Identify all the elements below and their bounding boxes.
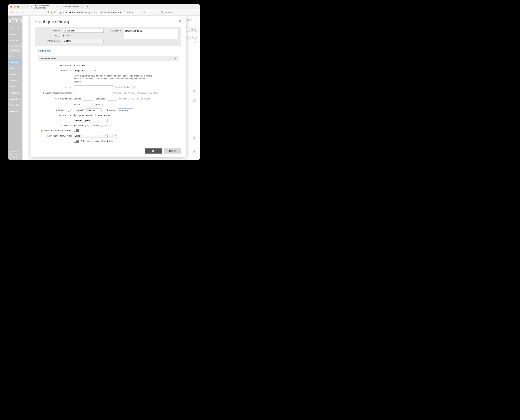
- sidebar-item-clients[interactable]: Clients: [8, 65, 23, 71]
- close-tab-icon[interactable]: ×: [57, 5, 58, 8]
- password-input[interactable]: [118, 108, 133, 112]
- sidebar-item-firewall[interactable]: Firewall: [8, 71, 23, 77]
- dp-affinity-select[interactable]: Disable: [74, 134, 108, 138]
- collapse-caret-4[interactable]: ▼: [192, 150, 196, 154]
- browser-toolbar: ← → ⟳ 🛡 🔒 ⚿ https://18.139.169.166:8443/…: [8, 9, 200, 16]
- password-label: Password:: [107, 109, 117, 112]
- ipmode-dual-radio[interactable]: [101, 125, 103, 127]
- download-icon[interactable]: ⭳: [153, 11, 157, 14]
- description-label: Description:: [106, 29, 121, 32]
- add-affinity-button[interactable]: ＋: [109, 134, 113, 138]
- sidebar-item-system[interactable]: System: [8, 31, 23, 38]
- name-input[interactable]: [63, 29, 103, 33]
- country-code-note: Different countries have different regul…: [74, 75, 154, 83]
- sidebar-item-diagnostics[interactable]: Diagnostics: [8, 108, 23, 114]
- sidebar-item-troubleshooting[interactable]: Troubleshooting: [8, 90, 23, 96]
- longitude-input[interactable]: [107, 97, 117, 101]
- hamburger-menu-icon[interactable]: ≡: [197, 11, 198, 14]
- modal-title: Configure Group: [35, 19, 70, 24]
- sidebar-sub-monitoring[interactable]: Monitoring: [8, 48, 23, 53]
- parent-group-input: [63, 39, 103, 43]
- browser-search[interactable]: 🔍 Search: [159, 11, 191, 14]
- minimize-window-icon[interactable]: [14, 6, 16, 8]
- close-modal-icon[interactable]: ✕: [178, 19, 181, 24]
- new-tab-button[interactable]: ＋: [86, 5, 89, 8]
- forward-icon[interactable]: →: [15, 11, 18, 14]
- window-controls[interactable]: [10, 6, 19, 8]
- section-general-options[interactable]: General Options ▼: [38, 56, 179, 61]
- browser-tab-ruckus[interactable]: ▾ Ruckus Wireless - Virtual Smart ×: [29, 4, 60, 9]
- tab-title: Ruckus Wireless - Virtual Smart: [34, 4, 56, 9]
- country-code-label: Country Code:: [38, 69, 72, 72]
- settings-grid-icon[interactable]: ⚙: [194, 36, 198, 40]
- browser-tab-notfound[interactable]: ⓘ Server Not Found ×: [60, 4, 85, 9]
- latitude-input[interactable]: [83, 97, 93, 101]
- bookmark-star-icon[interactable]: ☆: [142, 11, 146, 14]
- group-meta-panel: *Name: Description: default zone for SZ …: [35, 27, 181, 46]
- location-hint: (example: Ruckus HQ): [114, 86, 135, 88]
- ap-admin-label: *AP Admin Logon:: [38, 109, 72, 112]
- refresh-grid-icon[interactable]: ⟳: [190, 36, 194, 40]
- sidebar-item-access-points[interactable]: Access Points: [8, 38, 23, 44]
- search-grid-icon[interactable]: 🔍: [186, 36, 190, 40]
- tz-system-radio[interactable]: [74, 114, 76, 116]
- collapse-caret-3[interactable]: ▼: [192, 136, 196, 140]
- view-group[interactable]: Group: [189, 28, 198, 31]
- close-window-icon[interactable]: [10, 6, 12, 8]
- longitude-label: Longitude:: [96, 98, 106, 100]
- ok-button[interactable]: OK: [145, 149, 162, 154]
- ap-firmware-label: *AP Firmware:: [38, 64, 72, 67]
- parent-group-label: Parent Group:: [38, 39, 60, 42]
- sidebar-item-wireless-lans[interactable]: Wireless LANs: [8, 59, 23, 65]
- country-code-select[interactable]: Singapore: [74, 69, 97, 72]
- section-title: General Options: [40, 57, 56, 60]
- sidebar-item-events[interactable]: Events & Alarms: [8, 102, 23, 108]
- system-info: System Info Hostname: ip- Version: 5.: [8, 149, 23, 160]
- sidebar-item-report[interactable]: Report: [8, 84, 23, 90]
- sidebar-sub-access-points[interactable]: Access Points: [8, 44, 23, 48]
- altitude-input[interactable]: [82, 103, 93, 106]
- description-input[interactable]: default zone for SZ: [124, 29, 179, 39]
- maximize-window-icon[interactable]: [17, 6, 19, 8]
- logon-id-input[interactable]: [86, 108, 102, 112]
- help-icon[interactable]: ❔: [194, 18, 198, 22]
- gps-hint: (example: 37.411272, -122.019616): [118, 98, 151, 100]
- tz-user-radio[interactable]: [94, 114, 96, 116]
- altitude-unit-select[interactable]: meters: [94, 103, 104, 106]
- location-label: Location:: [38, 86, 72, 88]
- location-input[interactable]: [74, 85, 113, 89]
- historical-failures-toggle[interactable]: OFF: [74, 129, 79, 132]
- gps-label: GPS Coordinates:: [38, 98, 72, 100]
- ipmode-ipv6-radio[interactable]: [87, 125, 89, 127]
- pager: « ‹ 1 › »: [189, 84, 196, 86]
- collapse-caret-2[interactable]: ▼: [192, 99, 196, 103]
- address-bar[interactable]: 🛡 🔒 ⚿ https://18.139.169.166:8443/wsg/#5…: [46, 11, 134, 14]
- back-icon[interactable]: ←: [10, 11, 13, 14]
- sidebar-item-services[interactable]: Services & Profiles: [8, 77, 23, 84]
- chevron-down-icon: ▼: [175, 57, 177, 60]
- timezone-select[interactable]: (GMT+0:00) GMT: [74, 119, 108, 122]
- pocket-icon[interactable]: ⌄: [148, 11, 151, 14]
- edit-affinity-button[interactable]: ✎: [114, 134, 118, 138]
- tab-configuration[interactable]: Configuration: [35, 48, 54, 53]
- type-label: Type:: [38, 34, 60, 38]
- logon-id-label: Logon ID:: [76, 109, 85, 112]
- modal-header: Configure Group ✕: [31, 16, 186, 25]
- ipmode-ipv4-radio[interactable]: [74, 125, 76, 127]
- location-additional-input[interactable]: [74, 91, 113, 95]
- cancel-button[interactable]: Cancel: [164, 149, 181, 154]
- app-viewport: COMMSCOPE RUCKUS Dashboard System Access…: [8, 16, 200, 160]
- close-tab-icon[interactable]: ×: [82, 5, 83, 8]
- sidebar: COMMSCOPE RUCKUS Dashboard System Access…: [8, 16, 23, 160]
- latitude-label: Latitude:: [74, 98, 81, 100]
- reload-icon[interactable]: ⟳: [20, 11, 23, 14]
- grid-toolbar: 🔍 ⟳ ⚙: [186, 36, 198, 40]
- brand-logo: COMMSCOPE RUCKUS: [8, 17, 23, 25]
- sidebar-item-dashboard[interactable]: Dashboard: [8, 25, 23, 31]
- enforce-priority-toggle[interactable]: OFF: [74, 140, 79, 143]
- collapse-caret-1[interactable]: ▲: [192, 89, 196, 92]
- type-radio-zone[interactable]: [63, 35, 65, 37]
- column-vlai: VLAI: [194, 41, 198, 44]
- sidebar-item-administration[interactable]: Administration: [8, 96, 23, 102]
- sidebar-item-switches[interactable]: Switches: [8, 53, 23, 59]
